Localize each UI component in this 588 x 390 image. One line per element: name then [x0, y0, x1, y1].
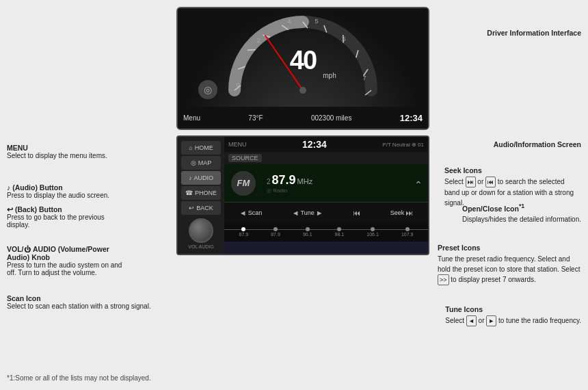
home-icon: ⌂ — [189, 144, 192, 151]
preset-dots-row: 87.9 87.9 90.1 98.1 — [224, 227, 428, 237]
preset-icons-annotation: Preset Icons Tune the preset radio frequ… — [438, 243, 581, 285]
preset-forward-icon: >> — [438, 274, 449, 285]
preset-2-circle — [273, 227, 278, 231]
vol-knob-label: VOL AUDIO — [188, 244, 213, 249]
tune-label: Tune — [301, 209, 315, 216]
preset-6-label: 107.9 — [401, 232, 414, 237]
svg-text:0: 0 — [236, 81, 239, 88]
cluster-time: 12:34 — [400, 113, 423, 123]
open-close-desc: Displays/hides the detailed information. — [462, 214, 581, 224]
cluster-temp: 73°F — [248, 114, 263, 122]
tune-right-icon: ► — [316, 209, 323, 217]
back-icon: ↩ — [189, 205, 194, 211]
nav-home-label: HOME — [195, 144, 213, 151]
tune-left-icon-ann: ◄ — [466, 315, 477, 326]
cluster-panel: 0 2 4 5 6 7 40 mph ◎ Menu 73°F 002300 mi… — [176, 7, 429, 130]
svg-text:6: 6 — [342, 36, 345, 42]
seek-control[interactable]: Seek ⏭ — [388, 209, 416, 217]
seek-icons-title: Seek Icons — [444, 166, 581, 177]
audio-screen-label: Audio/Information Screen — [494, 140, 581, 148]
nav-map-label: MAP — [198, 159, 212, 166]
hu-freq-area: FM 2 87.9 MHz ◎ Radio ⌃ — [224, 164, 428, 202]
back-button-annotation: ↩ (Back) Button Press to go back to the … — [7, 205, 105, 229]
preset-6[interactable]: 107.9 — [401, 227, 414, 237]
svg-text:2: 2 — [256, 37, 260, 44]
vol-knob-area: VOL AUDIO — [178, 213, 224, 254]
back-button-title: ↩ (Back) Button — [7, 205, 105, 213]
svg-text:5: 5 — [315, 18, 318, 25]
page: 0 2 4 5 6 7 40 mph ◎ Menu 73°F 002300 mi… — [0, 0, 588, 390]
preset-5[interactable]: 106.1 — [366, 227, 379, 237]
preset-4[interactable]: 98.1 — [335, 227, 345, 237]
open-close-annotation: Open/Close Icon*1 Displays/hides the det… — [462, 202, 581, 224]
open-close-title: Open/Close Icon*1 — [462, 202, 581, 214]
hu-controls-bar: ◄ Scan ◄ Tune ► ⏮ Seek ⏭ — [224, 202, 428, 222]
svg-text:7: 7 — [362, 75, 366, 81]
hu-screen: MENU 12:34 P/T Neutral ⊕ 01 SOURCE FM 2 … — [224, 137, 428, 254]
hu-menu-label: MENU — [228, 141, 247, 148]
prev-track-icon: ⏮ — [353, 209, 360, 217]
audio-button-annotation: ♪ (Audio) Button Press to display the au… — [7, 183, 109, 199]
menu-desc: Select to display the menu items. — [7, 152, 107, 159]
tune-icons-annotation: Tune Icons Select ◄ or ► to tune the rad… — [445, 304, 581, 326]
preset-3[interactable]: 90.1 — [303, 227, 312, 237]
preset-2-label: 87.9 — [271, 232, 280, 237]
freq-value: 87.9 — [272, 173, 296, 187]
footnote: *1:Some or all of the lists may not be d… — [7, 374, 151, 382]
preset-2[interactable]: 87.9 — [271, 227, 280, 237]
audio-icon: ♪ — [189, 174, 192, 181]
source-button[interactable]: SOURCE — [228, 154, 262, 162]
scan-left-icon: ◄ — [239, 209, 247, 217]
freq-unit: MHz — [297, 177, 313, 185]
tune-right-icon-ann: ► — [486, 315, 496, 326]
scan-control[interactable]: ◄ Scan — [237, 209, 265, 217]
preset-1-circle — [241, 227, 245, 231]
hu-nav-panel: ⌂ HOME ◎ MAP ♪ AUDIO ☎ PHONE ↩ BACK — [178, 137, 224, 254]
freq-display-group: 2 87.9 MHz ◎ Radio — [267, 173, 312, 194]
station-info: ◎ Radio — [267, 187, 312, 194]
tune-icons-title: Tune Icons — [445, 304, 581, 315]
hu-top-bar: MENU 12:34 P/T Neutral ⊕ 01 — [224, 137, 428, 152]
speed-unit: mph — [323, 72, 336, 79]
preset-4-circle — [337, 227, 341, 231]
channel-num: 2 — [267, 178, 271, 185]
tune-control[interactable]: ◄ Tune ► — [289, 209, 326, 217]
phone-icon: ☎ — [185, 190, 193, 196]
nav-audio-label: AUDIO — [193, 174, 213, 181]
open-close-icon[interactable]: ⌃ — [414, 179, 423, 190]
nav-audio-button[interactable]: ♪ AUDIO — [181, 171, 221, 185]
map-icon: ◎ — [191, 159, 196, 166]
speed-display: 40 — [290, 46, 316, 75]
head-unit: ⌂ HOME ◎ MAP ♪ AUDIO ☎ PHONE ↩ BACK — [176, 135, 429, 255]
vol-knob[interactable] — [189, 218, 213, 243]
tune-left-icon: ◄ — [292, 209, 299, 217]
prev-track-control[interactable]: ⏮ — [350, 209, 363, 217]
preset-5-label: 106.1 — [366, 232, 379, 237]
nav-phone-label: PHONE — [195, 190, 217, 196]
scan-icon-annotation: Scan Icon Select to scan each station wi… — [7, 294, 151, 310]
fm-band-icon: FM — [231, 171, 256, 196]
hu-clock-display: 12:34 — [302, 139, 327, 150]
preset-5-circle — [371, 227, 375, 231]
preset-1[interactable]: 87.9 — [239, 227, 249, 237]
radio-icon: ◎ — [198, 80, 217, 99]
seek-back-icon: ⏮ — [485, 177, 496, 187]
seek-right-icon: ⏭ — [405, 209, 413, 217]
hu-status-text: P/T Neutral ⊕ 01 — [382, 142, 424, 148]
preset-1-label: 87.9 — [239, 232, 249, 237]
driver-info-label: Driver Information Interface — [487, 29, 581, 37]
scan-label: Scan — [248, 209, 263, 216]
nav-home-button[interactable]: ⌂ HOME — [181, 141, 221, 155]
preset-3-label: 90.1 — [303, 232, 312, 237]
tune-icons-desc: Select ◄ or ► to tune the radio frequenc… — [445, 315, 581, 326]
preset-4-label: 98.1 — [335, 232, 345, 237]
back-button-desc: Press to go back to the previousdisplay. — [7, 213, 105, 229]
svg-text:4: 4 — [287, 18, 291, 25]
preset-3-circle — [306, 227, 310, 231]
nav-map-button[interactable]: ◎ MAP — [181, 156, 221, 170]
seek-label: Seek — [390, 209, 405, 216]
audio-button-title: ♪ (Audio) Button — [7, 183, 109, 192]
nav-phone-button[interactable]: ☎ PHONE — [181, 186, 221, 200]
menu-annotation: MENU Select to display the menu items. — [7, 144, 107, 159]
scan-icon-desc: Select to scan each station with a stron… — [7, 302, 151, 310]
